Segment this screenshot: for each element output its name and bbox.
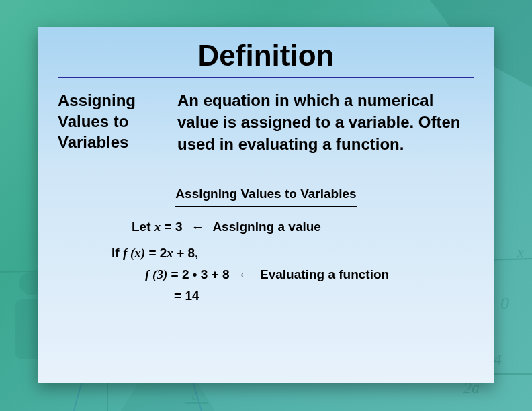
svg-text:c: c — [191, 386, 198, 403]
result-eq: = — [174, 289, 185, 303]
example-wrap: Assigning Values to Variables Let x = 3 … — [58, 183, 474, 307]
card-title: Definition — [58, 39, 474, 73]
let-eq: = — [161, 220, 175, 234]
example-heading-text: Assigning Values to Variables — [175, 183, 356, 208]
description: An equation in which a numerical value i… — [177, 90, 474, 155]
term: Assigning Values to Variables — [58, 90, 159, 155]
svg-text:x: x — [517, 244, 524, 261]
let-var: x — [154, 220, 161, 234]
arrow-icon: ← — [233, 267, 257, 281]
annotation-eval: Evaluating a function — [260, 267, 389, 281]
f-of-3: f (3) — [145, 267, 167, 281]
arrow-icon: ← — [186, 220, 210, 234]
subst-line: f (3) = 2 • 3 + 8 ← Evaluating a functio… — [112, 264, 420, 285]
definition-row: Assigning Values to Variables An equatio… — [58, 90, 474, 155]
annotation-assign: Assigning a value — [212, 220, 321, 234]
if-line: If f (x) = 2x + 8, — [112, 242, 420, 264]
title-rule — [58, 77, 474, 78]
sub-expr: 2 • 3 + 8 — [182, 267, 230, 281]
sub-eq: = — [167, 267, 182, 281]
result-val: 14 — [185, 289, 199, 303]
definition-card: Definition Assigning Values to Variables… — [38, 27, 494, 383]
term-line-3: Variables — [58, 132, 159, 152]
term-line-2: Values to — [58, 111, 159, 132]
let-line: Let x = 3 ← Assigning a value — [112, 216, 420, 238]
let-val: 3 — [175, 220, 183, 234]
f-expr: 2x + 8, — [160, 246, 199, 260]
example-heading: Assigning Values to Variables — [112, 183, 420, 208]
f-eq: = — [145, 246, 160, 260]
f-of-x: f (x) — [123, 246, 145, 260]
term-line-1: Assigning — [58, 90, 159, 111]
result-line: = 14 — [112, 285, 420, 307]
let-prefix: Let — [132, 220, 154, 234]
example-block: Assigning Values to Variables Let x = 3 … — [112, 183, 420, 307]
if-prefix: If — [112, 246, 123, 260]
